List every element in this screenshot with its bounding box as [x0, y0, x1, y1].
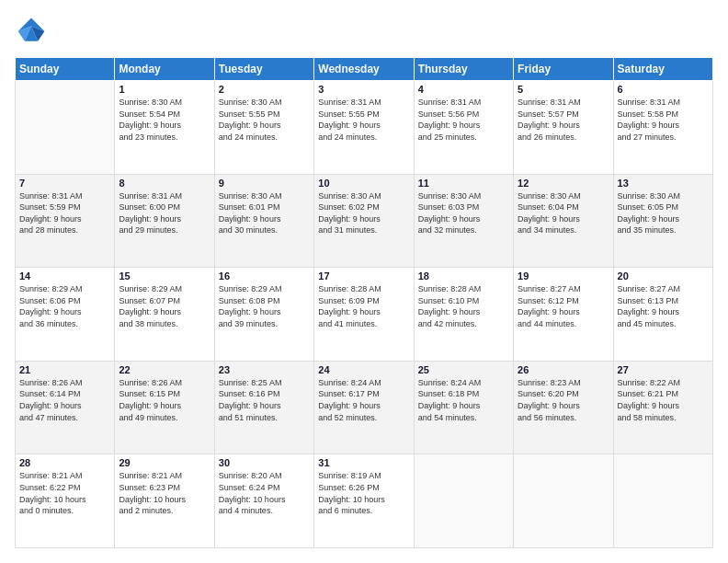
day-info: Sunrise: 8:30 AM Sunset: 6:02 PM Dayligh… [318, 190, 409, 236]
day-info: Sunrise: 8:29 AM Sunset: 6:08 PM Dayligh… [219, 283, 310, 329]
calendar-cell: 7Sunrise: 8:31 AM Sunset: 5:59 PM Daylig… [16, 174, 115, 268]
day-info: Sunrise: 8:30 AM Sunset: 6:03 PM Dayligh… [418, 190, 509, 236]
calendar-cell: 11Sunrise: 8:30 AM Sunset: 6:03 PM Dayli… [414, 174, 513, 268]
calendar-cell: 24Sunrise: 8:24 AM Sunset: 6:17 PM Dayli… [314, 361, 414, 454]
day-info: Sunrise: 8:20 AM Sunset: 6:24 PM Dayligh… [219, 470, 310, 516]
day-info: Sunrise: 8:25 AM Sunset: 6:16 PM Dayligh… [219, 377, 310, 423]
day-number: 25 [418, 364, 509, 375]
day-info: Sunrise: 8:21 AM Sunset: 6:22 PM Dayligh… [19, 470, 110, 516]
day-number: 24 [318, 364, 409, 375]
day-info: Sunrise: 8:31 AM Sunset: 5:57 PM Dayligh… [518, 97, 609, 143]
day-info: Sunrise: 8:29 AM Sunset: 6:07 PM Dayligh… [119, 283, 210, 329]
calendar-week-row: 1Sunrise: 8:30 AM Sunset: 5:54 PM Daylig… [16, 81, 713, 175]
calendar-cell: 6Sunrise: 8:31 AM Sunset: 5:58 PM Daylig… [613, 81, 712, 175]
calendar-week-row: 28Sunrise: 8:21 AM Sunset: 6:22 PM Dayli… [16, 454, 713, 548]
day-number: 9 [219, 178, 310, 189]
day-number: 4 [418, 84, 509, 95]
day-number: 28 [19, 457, 110, 468]
calendar-cell [414, 454, 513, 548]
day-info: Sunrise: 8:30 AM Sunset: 5:54 PM Dayligh… [119, 97, 210, 143]
day-number: 15 [119, 270, 210, 282]
day-info: Sunrise: 8:29 AM Sunset: 6:06 PM Dayligh… [19, 283, 110, 329]
calendar-cell: 16Sunrise: 8:29 AM Sunset: 6:08 PM Dayli… [214, 268, 313, 362]
day-number: 20 [618, 270, 709, 282]
day-number: 27 [618, 364, 709, 375]
logo [15, 15, 51, 48]
calendar-week-row: 14Sunrise: 8:29 AM Sunset: 6:06 PM Dayli… [16, 268, 713, 362]
calendar-cell: 19Sunrise: 8:27 AM Sunset: 6:12 PM Dayli… [514, 268, 613, 362]
calendar-cell [514, 454, 613, 548]
calendar-cell: 2Sunrise: 8:30 AM Sunset: 5:55 PM Daylig… [214, 81, 313, 175]
day-number: 3 [318, 84, 409, 95]
day-info: Sunrise: 8:31 AM Sunset: 5:58 PM Dayligh… [618, 97, 709, 143]
day-info: Sunrise: 8:28 AM Sunset: 6:09 PM Dayligh… [318, 283, 409, 329]
calendar-cell: 9Sunrise: 8:30 AM Sunset: 6:01 PM Daylig… [214, 174, 313, 268]
day-info: Sunrise: 8:23 AM Sunset: 6:20 PM Dayligh… [518, 377, 609, 423]
day-number: 31 [318, 457, 409, 468]
calendar-day-header: Thursday [414, 58, 513, 81]
day-number: 21 [19, 364, 110, 375]
calendar-cell: 18Sunrise: 8:28 AM Sunset: 6:10 PM Dayli… [414, 268, 513, 362]
calendar-day-header: Monday [115, 58, 214, 81]
day-info: Sunrise: 8:19 AM Sunset: 6:26 PM Dayligh… [318, 470, 409, 516]
calendar-cell [16, 81, 115, 175]
calendar-cell: 17Sunrise: 8:28 AM Sunset: 6:09 PM Dayli… [314, 268, 414, 362]
day-number: 16 [219, 270, 310, 282]
day-number: 7 [19, 178, 110, 189]
calendar-cell: 30Sunrise: 8:20 AM Sunset: 6:24 PM Dayli… [214, 454, 313, 548]
calendar-cell [613, 454, 712, 548]
calendar-cell: 25Sunrise: 8:24 AM Sunset: 6:18 PM Dayli… [414, 361, 513, 454]
day-number: 18 [418, 270, 509, 282]
day-number: 26 [518, 364, 609, 375]
day-number: 23 [219, 364, 310, 375]
calendar-week-row: 7Sunrise: 8:31 AM Sunset: 5:59 PM Daylig… [16, 174, 713, 268]
day-info: Sunrise: 8:28 AM Sunset: 6:10 PM Dayligh… [418, 283, 509, 329]
calendar-cell: 31Sunrise: 8:19 AM Sunset: 6:26 PM Dayli… [314, 454, 414, 548]
calendar-cell: 29Sunrise: 8:21 AM Sunset: 6:23 PM Dayli… [115, 454, 214, 548]
day-number: 22 [119, 364, 210, 375]
day-info: Sunrise: 8:30 AM Sunset: 6:01 PM Dayligh… [219, 190, 310, 236]
calendar-cell: 13Sunrise: 8:30 AM Sunset: 6:05 PM Dayli… [613, 174, 712, 268]
calendar-cell: 22Sunrise: 8:26 AM Sunset: 6:15 PM Dayli… [115, 361, 214, 454]
day-info: Sunrise: 8:31 AM Sunset: 6:00 PM Dayligh… [119, 190, 210, 236]
day-number: 30 [219, 457, 310, 468]
day-info: Sunrise: 8:30 AM Sunset: 6:04 PM Dayligh… [518, 190, 609, 236]
calendar-cell: 23Sunrise: 8:25 AM Sunset: 6:16 PM Dayli… [214, 361, 313, 454]
day-info: Sunrise: 8:31 AM Sunset: 5:55 PM Dayligh… [318, 97, 409, 143]
day-number: 19 [518, 270, 609, 282]
calendar-day-header: Saturday [613, 58, 712, 81]
calendar-cell: 1Sunrise: 8:30 AM Sunset: 5:54 PM Daylig… [115, 81, 214, 175]
day-info: Sunrise: 8:21 AM Sunset: 6:23 PM Dayligh… [119, 470, 210, 516]
day-info: Sunrise: 8:24 AM Sunset: 6:17 PM Dayligh… [318, 377, 409, 423]
calendar-cell: 12Sunrise: 8:30 AM Sunset: 6:04 PM Dayli… [514, 174, 613, 268]
logo-icon [15, 15, 48, 48]
day-info: Sunrise: 8:30 AM Sunset: 6:05 PM Dayligh… [618, 190, 709, 236]
day-info: Sunrise: 8:26 AM Sunset: 6:14 PM Dayligh… [19, 377, 110, 423]
calendar-day-header: Friday [514, 58, 613, 81]
calendar-table: SundayMondayTuesdayWednesdayThursdayFrid… [15, 57, 713, 548]
calendar-cell: 8Sunrise: 8:31 AM Sunset: 6:00 PM Daylig… [115, 174, 214, 268]
calendar-day-header: Sunday [16, 58, 115, 81]
day-info: Sunrise: 8:31 AM Sunset: 5:56 PM Dayligh… [418, 97, 509, 143]
calendar-cell: 5Sunrise: 8:31 AM Sunset: 5:57 PM Daylig… [514, 81, 613, 175]
calendar-week-row: 21Sunrise: 8:26 AM Sunset: 6:14 PM Dayli… [16, 361, 713, 454]
calendar-day-header: Wednesday [314, 58, 414, 81]
day-info: Sunrise: 8:27 AM Sunset: 6:13 PM Dayligh… [618, 283, 709, 329]
calendar-cell: 21Sunrise: 8:26 AM Sunset: 6:14 PM Dayli… [16, 361, 115, 454]
day-info: Sunrise: 8:27 AM Sunset: 6:12 PM Dayligh… [518, 283, 609, 329]
calendar-cell: 20Sunrise: 8:27 AM Sunset: 6:13 PM Dayli… [613, 268, 712, 362]
day-info: Sunrise: 8:22 AM Sunset: 6:21 PM Dayligh… [618, 377, 709, 423]
day-number: 2 [219, 84, 310, 95]
day-number: 10 [318, 178, 409, 189]
day-number: 17 [318, 270, 409, 282]
page: SundayMondayTuesdayWednesdayThursdayFrid… [0, 0, 728, 563]
day-info: Sunrise: 8:24 AM Sunset: 6:18 PM Dayligh… [418, 377, 509, 423]
calendar-cell: 28Sunrise: 8:21 AM Sunset: 6:22 PM Dayli… [16, 454, 115, 548]
day-number: 6 [618, 84, 709, 95]
day-number: 5 [518, 84, 609, 95]
calendar-cell: 27Sunrise: 8:22 AM Sunset: 6:21 PM Dayli… [613, 361, 712, 454]
day-number: 29 [119, 457, 210, 468]
calendar-cell: 15Sunrise: 8:29 AM Sunset: 6:07 PM Dayli… [115, 268, 214, 362]
calendar-cell: 4Sunrise: 8:31 AM Sunset: 5:56 PM Daylig… [414, 81, 513, 175]
day-number: 13 [618, 178, 709, 189]
